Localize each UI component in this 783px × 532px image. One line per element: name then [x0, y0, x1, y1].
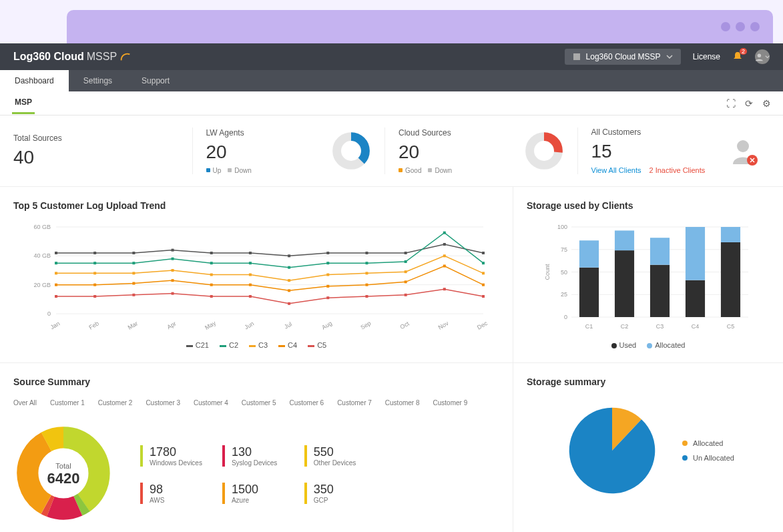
svg-rect-69 — [288, 289, 290, 292]
source-item: 130Syslog Devices — [222, 445, 284, 467]
view-all-clients-link[interactable]: View All Clients — [591, 166, 641, 174]
source-tab[interactable]: Customer 2 — [98, 396, 133, 409]
svg-rect-0 — [573, 53, 580, 60]
svg-rect-66 — [172, 279, 174, 282]
svg-rect-68 — [249, 284, 252, 286]
source-tab[interactable]: Customer 6 — [289, 396, 324, 409]
svg-rect-76 — [93, 295, 96, 298]
gear-icon[interactable]: ⚙ — [762, 98, 771, 109]
source-tab[interactable]: Customer 3 — [146, 396, 180, 409]
user-icon — [755, 52, 764, 61]
svg-rect-74 — [482, 284, 485, 286]
source-tab[interactable]: Over All — [13, 396, 37, 409]
svg-rect-47 — [365, 262, 368, 264]
svg-rect-58 — [326, 274, 329, 276]
svg-rect-51 — [55, 272, 57, 274]
kpi-legend: Up Down — [206, 167, 252, 174]
panel-title: Storage summary — [527, 376, 770, 387]
svg-rect-57 — [288, 279, 290, 282]
svg-text:20 GB: 20 GB — [33, 282, 51, 288]
svg-text:Count: Count — [544, 264, 551, 280]
svg-rect-108 — [686, 227, 705, 280]
source-items-grid: 1780Windows Devices130Syslog Devices550O… — [140, 445, 366, 504]
legend-item[interactable]: C21 — [186, 341, 209, 349]
svg-rect-41 — [132, 262, 135, 264]
svg-text:75: 75 — [561, 246, 567, 253]
legend-item[interactable]: Used — [611, 341, 637, 349]
chevron-down-icon — [765, 54, 770, 59]
storage-summary-legend: AllocatedUn Allocated — [682, 439, 734, 462]
svg-rect-37 — [443, 243, 446, 246]
legend-item[interactable]: C5 — [308, 341, 326, 349]
notifications-button[interactable]: 2 — [732, 51, 743, 63]
source-tab[interactable]: Customer 4 — [194, 396, 228, 409]
donut-center-label: Total — [47, 462, 80, 470]
close-icon — [750, 158, 755, 163]
org-switcher[interactable]: Log360 Cloud MSSP — [565, 49, 681, 65]
svg-rect-65 — [132, 282, 135, 285]
source-tab[interactable]: Customer 8 — [385, 396, 420, 409]
svg-rect-77 — [132, 294, 135, 296]
row-charts-1: Top 5 Customer Log Upload Trend 020 GB40… — [0, 187, 783, 363]
svg-text:0: 0 — [564, 314, 567, 320]
source-tab[interactable]: Customer 7 — [337, 396, 372, 409]
svg-text:May: May — [204, 320, 217, 331]
customers-icon — [730, 138, 756, 164]
source-item-value: 1780 — [150, 445, 202, 459]
kpi-links: View All Clients 2 Inactive Clients — [591, 166, 706, 174]
panel-title: Top 5 Customer Log Upload Trend — [13, 200, 499, 211]
svg-rect-104 — [650, 265, 670, 317]
tab-dashboard[interactable]: Dashboard — [0, 70, 69, 91]
svg-rect-86 — [482, 295, 485, 298]
kpi-label: LW Agents — [206, 128, 252, 138]
svg-rect-39 — [55, 262, 57, 264]
product-edition: MSSP — [87, 51, 117, 63]
legend-down: Down — [234, 167, 252, 174]
panel-upload-trend: Top 5 Customer Log Upload Trend 020 GB40… — [0, 187, 513, 362]
org-name: Log360 Cloud MSSP — [586, 52, 661, 61]
source-tab[interactable]: Customer 1 — [50, 396, 85, 409]
fullscreen-icon[interactable]: ⛶ — [726, 98, 736, 109]
source-item-value: 1500 — [232, 483, 284, 497]
kpi-label: Cloud Sources — [399, 128, 452, 138]
svg-rect-42 — [172, 258, 174, 260]
inactive-clients-link[interactable]: 2 Inactive Clients — [649, 166, 706, 174]
svg-text:C5: C5 — [727, 323, 735, 330]
svg-rect-99 — [579, 240, 599, 268]
user-menu[interactable] — [755, 49, 770, 64]
svg-rect-38 — [482, 252, 485, 254]
legend-item[interactable]: Allocated — [682, 439, 734, 447]
svg-rect-56 — [249, 274, 252, 276]
svg-rect-71 — [365, 284, 368, 286]
source-donut-center: Total 6420 — [47, 462, 80, 487]
logo-arc-icon — [119, 51, 132, 63]
refresh-icon[interactable]: ⟳ — [745, 98, 753, 109]
subtab-msp[interactable]: MSP — [12, 92, 35, 114]
trend-legend: C21C2C3C4C5 — [13, 341, 499, 349]
svg-text:Dec: Dec — [476, 320, 489, 331]
source-tab[interactable]: Customer 5 — [242, 396, 276, 409]
legend-item[interactable]: C4 — [278, 341, 297, 349]
browser-chrome — [67, 10, 773, 43]
legend-item[interactable]: Allocated — [647, 341, 685, 349]
svg-point-1 — [758, 53, 761, 57]
legend-item[interactable]: Un Allocated — [682, 454, 734, 462]
svg-rect-34 — [326, 252, 329, 254]
legend-item[interactable]: C2 — [220, 341, 238, 349]
svg-rect-79 — [210, 295, 213, 298]
svg-text:C1: C1 — [585, 323, 593, 330]
license-link[interactable]: License — [693, 52, 720, 61]
kpi-value: 40 — [13, 147, 62, 168]
svg-point-6 — [737, 140, 749, 152]
svg-text:Nov: Nov — [437, 320, 450, 331]
tab-support[interactable]: Support — [127, 70, 184, 91]
svg-rect-62 — [482, 272, 485, 274]
svg-rect-75 — [55, 295, 57, 298]
tab-settings[interactable]: Settings — [69, 70, 127, 91]
source-tab[interactable]: Customer 9 — [433, 396, 468, 409]
svg-rect-48 — [405, 260, 407, 263]
topbar: Log360 Cloud MSSP Log360 Cloud MSSP Lice… — [0, 43, 783, 70]
svg-rect-35 — [365, 252, 368, 254]
legend-item[interactable]: C3 — [249, 341, 268, 349]
panel-source-summary: Source Summary Over AllCustomer 1Custome… — [0, 363, 513, 532]
